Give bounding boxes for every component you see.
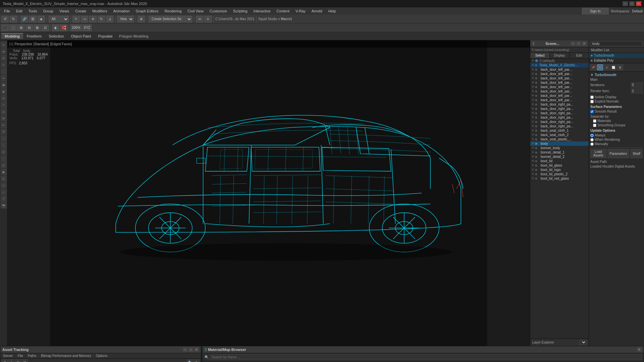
menu-customize[interactable]: Customize	[207, 8, 230, 14]
asset-menu-file[interactable]: File	[16, 354, 24, 358]
scene-item-bd-lp5[interactable]: 👁◉back_door_left_par...	[530, 85, 589, 89]
tab-selection[interactable]: Selection	[45, 34, 67, 39]
sidebar-icon-15[interactable]: ⌂	[1, 135, 7, 141]
menu-tools[interactable]: Tools	[26, 8, 40, 14]
sidebar-icon-18[interactable]: ⋯	[1, 156, 7, 162]
mode-btn-3[interactable]: ⊞	[17, 24, 25, 31]
sidebar-icon-7[interactable]: ▣	[1, 82, 7, 88]
layer-dropdown[interactable]	[579, 340, 587, 345]
menu-interactive[interactable]: Interactive	[251, 8, 273, 14]
scene-maximize-button[interactable]: □	[576, 41, 581, 46]
filter-dropdown[interactable]: All	[49, 16, 69, 22]
render-iters-input[interactable]	[631, 88, 643, 94]
scene-item-bsp[interactable]: 👁◉back_seat_plastic_...	[530, 137, 589, 141]
load-assets-button[interactable]: Load Assets	[590, 149, 606, 158]
mat-search-input[interactable]	[210, 354, 642, 360]
asset-menu-server[interactable]: Server	[2, 354, 14, 358]
asset-icon-4[interactable]: ⊟	[22, 359, 28, 362]
sidebar-icon-filter[interactable]: ⧖	[1, 196, 7, 202]
scene-item-bd1[interactable]: 👁◉bonnet_detail_1	[530, 150, 589, 155]
scene-item-bsc1[interactable]: 👁◉back_seat_cloth_1	[530, 128, 589, 133]
sidebar-icon-20[interactable]: ◼	[1, 169, 7, 175]
scene-item-bd-rp5[interactable]: 👁◉back_door_right_pa...	[530, 120, 589, 124]
menu-rendering[interactable]: Rendering	[162, 8, 184, 14]
sidebar-icon-3[interactable]: ⊕	[1, 55, 7, 61]
tab-freeform[interactable]: Freeform	[23, 34, 45, 39]
object-name-input[interactable]	[591, 41, 642, 46]
vp-edged-faces[interactable]: [Edged Faces]	[50, 42, 72, 46]
vp-standard[interactable]: [Standard]	[34, 42, 49, 46]
mode-btn-6[interactable]: ⊡	[42, 24, 49, 31]
view-dropdown[interactable]: View	[117, 16, 134, 22]
sidebar-icon-2[interactable]: ◈	[1, 48, 7, 54]
mode-btn-2[interactable]: ⬚	[9, 24, 17, 31]
tab-object-paint[interactable]: Object Paint	[68, 34, 95, 39]
scene-item-bsc2[interactable]: 👁◉back_seat_cloth_2	[530, 133, 589, 137]
tab-modeling[interactable]: Modeling	[1, 33, 23, 39]
sidebar-icon-10[interactable]: ⌖	[1, 102, 7, 108]
signin-button[interactable]: Sign In	[582, 8, 609, 14]
select-region-button[interactable]: ▭	[81, 16, 88, 22]
sidebar-icon-17[interactable]: ⊛	[1, 149, 7, 155]
mode-btn-4[interactable]: ⊟	[25, 24, 33, 31]
asset-expand-btn[interactable]: □	[189, 347, 193, 352]
scale-button[interactable]: ⊿	[106, 16, 113, 22]
scene-item-bd-rp1[interactable]: 👁◉back_door_right_pa...	[530, 102, 589, 107]
menu-create[interactable]: Create	[72, 8, 89, 14]
graph-btn[interactable]: 📈	[610, 64, 616, 70]
sidebar-icon-6[interactable]: ✦	[1, 75, 7, 81]
menu-graph-editors[interactable]: Graph Editors	[133, 8, 161, 14]
menu-content[interactable]: Content	[274, 8, 292, 14]
menu-arnold[interactable]: Arnold	[309, 8, 325, 14]
rotate-button[interactable]: ↻	[98, 16, 105, 22]
bind-button[interactable]: ◈	[38, 16, 45, 22]
sidebar-icon-1[interactable]: ▸	[1, 42, 7, 48]
undo-button[interactable]: ↺	[1, 16, 9, 22]
menu-group[interactable]: Group	[40, 8, 56, 14]
asset-icon-3[interactable]: ⊞	[15, 359, 21, 362]
when-rendering-radio[interactable]	[590, 138, 594, 141]
scene-item-bd-rp6[interactable]: 👁◉back_door_right_pa...	[530, 124, 589, 128]
scene-item-bd-lp7[interactable]: 👁◉back_door_left_par...	[530, 94, 589, 98]
tab-display[interactable]: Display	[550, 53, 569, 58]
axis-btn[interactable]: XYZ	[83, 24, 92, 31]
sidebar-icon-14[interactable]: ⧉	[1, 129, 7, 135]
sidebar-icon-12[interactable]: ⊞	[1, 115, 7, 121]
shelf-button[interactable]: Shelf	[630, 149, 643, 158]
menu-file[interactable]: File	[1, 8, 13, 14]
sidebar-icon-9[interactable]: ⊘	[1, 95, 7, 101]
unlink-button[interactable]: ⛓	[29, 16, 37, 22]
parameters-button[interactable]: Parameters	[607, 149, 630, 158]
scene-item-bootlogo[interactable]: 👁◉boot_lid_logo	[530, 168, 589, 172]
smoothing-groups-checkbox[interactable]	[593, 124, 596, 127]
explicit-normals-checkbox[interactable]	[590, 100, 594, 103]
scene-item-bonnbody[interactable]: 👁◉bonnet_body	[530, 146, 589, 150]
sidebar-icon-11[interactable]: ◫	[1, 109, 7, 115]
manually-radio[interactable]	[590, 142, 594, 146]
mode-btn-1[interactable]: ⬛	[1, 24, 9, 31]
scene-item-bd-rp4[interactable]: 👁◉back_door_right_pa...	[530, 115, 589, 120]
snap-btn[interactable]: 🧲	[60, 24, 67, 31]
scene-item-tesla[interactable]: 👁 ⊟ Tesla_Model_X_Electric...	[530, 63, 589, 67]
always-radio[interactable]	[590, 134, 594, 137]
maximize-button[interactable]: □	[629, 1, 635, 6]
tab-edit[interactable]: Edit	[570, 53, 589, 58]
vp-bracket-open[interactable]: [+]	[9, 42, 13, 46]
menu-views[interactable]: Views	[57, 8, 72, 14]
scene-item-bd-lp2[interactable]: 👁◉back_door_left_par...	[530, 72, 589, 76]
asset-icon-search[interactable]: 🔍	[187, 359, 193, 362]
asset-close-btn[interactable]: ✕	[194, 347, 199, 352]
mode-btn-5[interactable]: ⊠	[34, 24, 41, 31]
minimize-button[interactable]: −	[623, 1, 628, 6]
pivot-button[interactable]: ⊕	[138, 16, 145, 22]
scene-item-bd-rp2[interactable]: 👁◉back_door_right_pa...	[530, 107, 589, 111]
menu-scripting[interactable]: Scripting	[230, 8, 250, 14]
sidebar-icon-4[interactable]: ≡	[1, 62, 7, 68]
select-button[interactable]: ↖	[72, 16, 80, 22]
scene-item-bd-lp8[interactable]: 👁◉back_door_left_par...	[530, 98, 589, 102]
scene-item-bootp2[interactable]: 👁◉boot_lid_plastic_2	[530, 172, 589, 176]
scene-item-bd-lp3[interactable]: 👁◉back_door_left_par...	[530, 76, 589, 80]
percent-btn[interactable]: 100%	[70, 24, 82, 31]
editable-poly-entry[interactable]: ▶ Editable Poly	[589, 58, 644, 63]
menu-modifiers[interactable]: Modifiers	[90, 8, 110, 14]
